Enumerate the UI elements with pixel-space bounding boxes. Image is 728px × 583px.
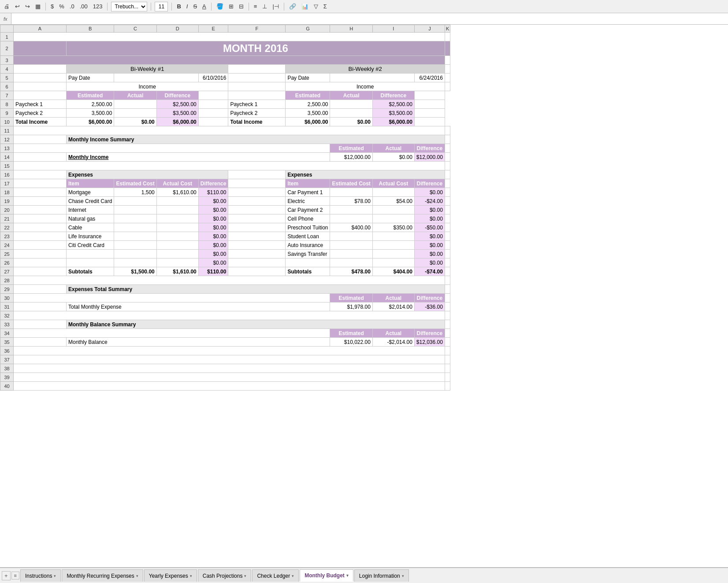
row-num-16: 16 [0, 170, 14, 179]
fill-color-btn[interactable]: 🪣 [215, 2, 225, 11]
exp-right-diff-2: $0.00 [414, 206, 445, 214]
exp-right-diff-1: -$24.00 [414, 197, 445, 206]
filter-btn[interactable]: ▽ [312, 2, 319, 11]
exp-right-est-6 [330, 241, 372, 250]
row-num-36: 36 [0, 347, 14, 355]
col-header-B[interactable]: B [67, 25, 114, 33]
row-num-14: 14 [0, 153, 14, 162]
col-header-K[interactable]: K [445, 25, 450, 33]
underline-btn[interactable]: A [201, 2, 208, 11]
format123-btn[interactable]: 123 [92, 2, 104, 11]
strikethrough-btn[interactable]: S [192, 2, 198, 11]
exp-left-item-5: Life Insurance [67, 232, 114, 241]
exp-left-diff-1: $0.00 [198, 197, 228, 206]
row-num-27: 27 [0, 267, 14, 276]
row-num-7: 7 [0, 91, 14, 100]
exp-left-diff-header: Difference [198, 179, 228, 188]
tab-monthly-recurring-label: Monthly Recurring Expenses [67, 573, 134, 579]
formula-input[interactable] [11, 13, 728, 24]
exp-left-act-0: $1,610.00 [156, 188, 198, 197]
tab-add-btn[interactable]: + [2, 571, 11, 580]
exp-left-diff-6: $0.00 [198, 241, 228, 250]
exp-right-est-5 [330, 232, 372, 241]
font-select[interactable]: Trebuch...Trebuch... [111, 2, 147, 11]
row-38: 38 [0, 364, 450, 373]
exp-left-diff-3: $0.00 [198, 214, 228, 223]
total-income1-label: Total Income [14, 118, 67, 126]
exp-right-item-5: Student Loan [286, 232, 330, 241]
tab-yearly-expenses[interactable]: Yearly Expenses ▾ [144, 569, 197, 582]
bold-btn[interactable]: B [175, 2, 182, 11]
currency-btn[interactable]: $ [49, 2, 55, 11]
col-act1: Actual [114, 91, 156, 100]
col-header-H[interactable]: H [330, 25, 372, 33]
formula-bar: fx [0, 13, 728, 25]
exp-right-est-3 [330, 214, 372, 223]
col-header-J[interactable]: J [414, 25, 445, 33]
col-header-I[interactable]: I [372, 25, 414, 33]
tab-monthly-budget[interactable]: Monthly Budget ▾ [300, 569, 353, 582]
tab-monthly-recurring[interactable]: Monthly Recurring Expenses ▾ [62, 569, 143, 582]
font-size-input[interactable] [155, 2, 168, 11]
tab-list-btn[interactable]: ≡ [11, 572, 19, 579]
row-num-2: 2 [0, 41, 14, 56]
borders-btn[interactable]: ⊞ [227, 2, 235, 11]
tab-check-ledger[interactable]: Check Ledger ▾ [252, 569, 299, 582]
link-btn[interactable]: 🔗 [288, 2, 297, 11]
exp-left-act-7 [156, 250, 198, 258]
tab-monthly-budget-arrow: ▾ [346, 573, 349, 578]
exp-left-est-4 [114, 223, 156, 232]
exp-right-act-0 [372, 188, 414, 197]
paycheck1b-diff: $2,500.00 [372, 100, 414, 109]
sum-btn[interactable]: Σ [322, 2, 328, 11]
tab-instructions-arrow: ▾ [54, 574, 56, 578]
redo-btn[interactable]: ↪ [24, 2, 31, 11]
exp-right-est-7 [330, 250, 372, 258]
merge-btn[interactable]: ⊟ [238, 2, 245, 11]
income-sum-act-header: Actual [372, 144, 414, 153]
exp-right-item-4: Preschool Tuition [286, 223, 330, 232]
col-header-C[interactable]: C [114, 25, 156, 33]
exp-left-act-1 [156, 197, 198, 206]
exp-left-est-3 [114, 214, 156, 223]
tab-cash-projections[interactable]: Cash Projections ▾ [198, 569, 252, 582]
row-num-10: 10 [0, 118, 14, 126]
row-34: 34 Estimated Actual Difference [0, 329, 450, 338]
col-header-D[interactable]: D [156, 25, 198, 33]
align-mid-btn[interactable]: ⊥ [261, 2, 268, 11]
col-header-G[interactable]: G [286, 25, 330, 33]
row-num-9: 9 [0, 109, 14, 118]
row-14: 14 Monthly Income $12,000.00 $0.00 $12,0… [0, 153, 450, 162]
row-num-30: 30 [0, 294, 14, 303]
align-right-btn[interactable]: |⊣ [271, 2, 280, 11]
paycheck2b-est: 3,500.00 [286, 109, 330, 118]
tab-login-information[interactable]: Login Information ▾ [354, 569, 409, 582]
total-income2-label: Total Income [228, 118, 286, 126]
undo-btn[interactable]: ↩ [14, 2, 21, 11]
col-header-E[interactable]: E [198, 25, 228, 33]
format-btn[interactable]: ▦ [34, 2, 42, 11]
total-income2-diff: $6,000.00 [372, 118, 414, 126]
income2-label: Income [286, 82, 445, 91]
row-num-18: 18 [0, 188, 14, 197]
exp-right-est-8 [330, 258, 372, 267]
exp-left-est-6 [114, 241, 156, 250]
tab-instructions[interactable]: Instructions ▾ [20, 569, 61, 582]
decimal2-btn[interactable]: .00 [78, 2, 89, 11]
exp-left-act-3 [156, 214, 198, 223]
chart-btn[interactable]: 📊 [300, 2, 310, 11]
print-btn[interactable]: 🖨 [3, 2, 11, 11]
exp-left-est-header: Estimated Cost [114, 179, 156, 188]
percent-btn[interactable]: % [58, 2, 66, 11]
total-monthly-expense-label: Total Monthly Expense [67, 303, 330, 311]
col-header-F[interactable]: F [228, 25, 286, 33]
row-num-8: 8 [0, 100, 14, 109]
italic-btn[interactable]: I [185, 2, 189, 11]
paycheck1a-diff: $2,500.00 [156, 100, 198, 109]
tab-yearly-expenses-arrow: ▾ [190, 574, 192, 578]
decimal1-btn[interactable]: .0 [68, 2, 76, 11]
align-left-btn[interactable]: ≡ [253, 2, 259, 11]
row-6: 6 Income Income [0, 82, 450, 91]
col-header-A[interactable]: A [14, 25, 67, 33]
tab-instructions-label: Instructions [25, 573, 52, 579]
